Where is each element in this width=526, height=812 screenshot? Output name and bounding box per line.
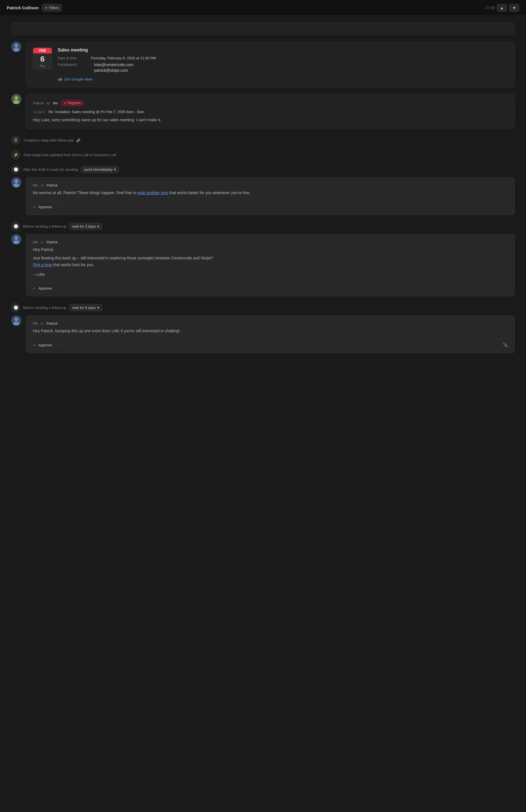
draft2-greeting: Hey Patrick,	[33, 246, 508, 253]
cal-participants-label: Participants	[58, 62, 86, 67]
email-subject-row: Subject Re: Invitation: Sales meeting @ …	[33, 110, 508, 114]
draft3-from-row: Me to Patrick	[33, 321, 508, 325]
cal-day: 6	[33, 54, 52, 64]
email-arrow: to	[47, 101, 50, 105]
svg-point-7	[14, 179, 18, 183]
draft2-body-text-2: that works best for you.	[52, 262, 94, 267]
draft3-footer: ✓ Approve ··· 📎	[33, 339, 508, 347]
clock-icon-2: 🕐	[11, 222, 20, 231]
cal-participants-list: · luke@centercode.com · patrick@stripe.c…	[90, 62, 133, 73]
filters-icon: ≡	[45, 5, 47, 10]
cal-title: Sales meeting	[58, 47, 508, 53]
check-icon-1: ✓	[33, 205, 36, 209]
chevron-down-icon-2: ▾	[97, 224, 99, 229]
timing-select-2[interactable]: wait for 3 days ▾	[69, 223, 102, 230]
draft2-more-button[interactable]: ···	[56, 286, 60, 290]
clock-icon: 🕐	[14, 167, 18, 172]
draft2-body-text-1: Just floating this back up – still inter…	[33, 256, 213, 260]
draft3-arrow: to	[41, 321, 44, 325]
draft3-card: Me to Patrick Hey Patrick, bumping this …	[26, 315, 515, 353]
draft2-signature: – Luke	[33, 271, 508, 278]
cal-date-row: Date & time Thursday, February 6, 2025 a…	[58, 56, 508, 60]
timing-select-1[interactable]: send immediately ▾	[81, 166, 119, 173]
sentiment-badge: ↩ Negative	[61, 100, 84, 106]
draft1-approve-label: Approve	[38, 205, 52, 209]
timing-label-2: Before sending a follow-up	[23, 224, 67, 229]
timing-value-2: wait for 3 days	[72, 224, 96, 229]
email-body: Hey Luke, sorry something came up for ou…	[33, 117, 508, 123]
email-row: Patrick to Me ↩ Negative Subject Re: Inv…	[11, 94, 515, 135]
system-deal-row: ⚡ Deal stage was updated from Demo call …	[11, 150, 515, 159]
meet-icon: 📹	[58, 77, 62, 81]
participant-item: · luke@centercode.com	[90, 62, 133, 67]
join-meet-button[interactable]: 📹 Join Google Meet	[58, 77, 92, 81]
header-left: Patrick Collison ≡ Filters	[7, 4, 62, 12]
cal-date-value: Thursday, February 6, 2025 at 11:00 PM	[90, 56, 156, 60]
draft1-body-text-2: that works better for you whenever you'r…	[168, 190, 250, 195]
draft1-from: Me	[33, 183, 38, 187]
system-deal-icon: ⚡	[11, 150, 20, 159]
email-card: Patrick to Me ↩ Negative Subject Re: Inv…	[26, 94, 515, 129]
filters-label: Filters	[49, 5, 59, 10]
draft3-body: Hey Patrick, bumping this up one more ti…	[33, 328, 508, 335]
draft2-approve-button[interactable]: ✓ Approve	[33, 286, 52, 290]
draft2-approve-label: Approve	[38, 286, 52, 290]
filters-button[interactable]: ≡ Filters	[42, 4, 62, 12]
email-header: Patrick to Me ↩ Negative	[33, 100, 508, 106]
avatar-me-1	[11, 177, 21, 187]
list-icon: ☰	[14, 138, 18, 142]
svg-point-13	[14, 317, 18, 321]
page-indicator: 2 / 10	[485, 5, 495, 10]
cal-month: Feb	[33, 48, 52, 54]
avatar-col-3	[11, 177, 21, 187]
draft1-more-button[interactable]: ···	[56, 205, 60, 209]
draft3-more-button[interactable]: ···	[56, 343, 60, 347]
cal-info: Sales meeting Date & time Thursday, Febr…	[58, 47, 508, 81]
participant-item-2: · patrick@stripe.com	[90, 68, 133, 73]
cal-card-inner: Feb 6 Thu Sales meeting Date & time Thur…	[33, 47, 508, 81]
avatar-luke	[11, 42, 21, 52]
draft2-body-main: Just floating this back up – still inter…	[33, 255, 508, 262]
check-icon-2: ✓	[33, 286, 36, 290]
draft2-footer: ✓ Approve ···	[33, 282, 508, 290]
timing-row-1: 🕐 After the draft is ready for sending s…	[11, 165, 515, 174]
top-input-bar[interactable]	[11, 23, 515, 35]
timing-value-3: wait for 6 days	[72, 306, 96, 310]
timing-row-3: 🕐 Before sending a follow-up wait for 6 …	[11, 303, 515, 312]
draft3-to: Patrick	[46, 321, 58, 325]
chevron-down-icon-3: ▾	[97, 306, 99, 310]
draft2-body: Hey Patrick, Just floating this back up …	[33, 246, 508, 278]
svg-point-10	[14, 236, 18, 240]
avatar-col-5	[11, 315, 21, 325]
participant-2: patrick@stripe.com	[94, 68, 128, 73]
avatar-me-3	[11, 315, 21, 325]
svg-point-1	[14, 44, 18, 47]
main-content: Feb 6 Thu Sales meeting Date & time Thur…	[0, 16, 526, 367]
check-icon-3: ✓	[33, 343, 36, 347]
join-meet-label: Join Google Meet	[64, 77, 92, 81]
draft2-pick-link[interactable]: Pick a time	[33, 262, 52, 267]
system-reply-icon: ☰	[11, 135, 20, 145]
timing-label-1: After the draft is ready for sending	[23, 168, 78, 172]
draft1-grab-link[interactable]: grab another time	[137, 190, 169, 195]
draft1-arrow: to	[41, 183, 44, 187]
nav-next-button[interactable]: ▼	[509, 4, 519, 12]
avatar-col-1	[11, 42, 21, 52]
avatar-col-4	[11, 234, 21, 244]
nav-prev-button[interactable]: ▲	[497, 4, 507, 12]
draft2-from: Me	[33, 240, 38, 244]
draft2-row: Me to Patrick Hey Patrick, Just floating…	[11, 234, 515, 303]
calendar-card: Feb 6 Thu Sales meeting Date & time Thur…	[26, 42, 515, 87]
attachment-icon: 📎	[503, 343, 508, 347]
draft2-from-row: Me to Patrick	[33, 240, 508, 244]
draft1-row: Me to Patrick No worries at all, Patrick…	[11, 177, 515, 222]
svg-point-4	[14, 96, 18, 100]
subject-text: Re: Invitation: Sales meeting @ Fri Feb …	[48, 110, 144, 114]
draft2-card: Me to Patrick Hey Patrick, Just floating…	[26, 234, 515, 296]
draft3-approve-button[interactable]: ✓ Approve	[33, 343, 52, 347]
timing-select-3[interactable]: wait for 6 days ▾	[69, 304, 102, 311]
chevron-down-icon-1: ▾	[114, 168, 116, 172]
email-recipient: Me	[53, 101, 58, 105]
draft2-body-link-row: Pick a time that works best for you.	[33, 262, 508, 269]
draft1-approve-button[interactable]: ✓ Approve	[33, 205, 52, 209]
